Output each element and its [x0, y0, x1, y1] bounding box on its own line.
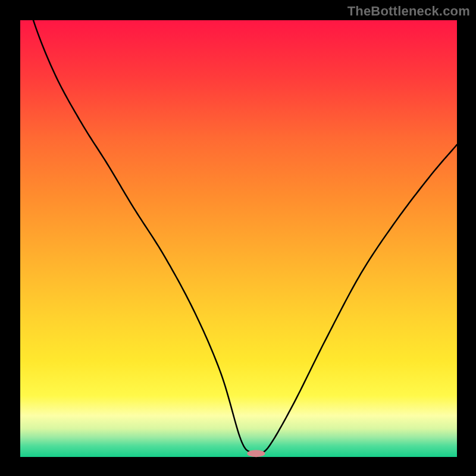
- optimal-point-marker: [247, 450, 265, 457]
- chart-plot-bg: [20, 20, 457, 457]
- watermark-text: TheBottleneck.com: [347, 4, 470, 19]
- chart-container: TheBottleneck.com: [0, 0, 476, 476]
- bottleneck-chart: [0, 0, 476, 476]
